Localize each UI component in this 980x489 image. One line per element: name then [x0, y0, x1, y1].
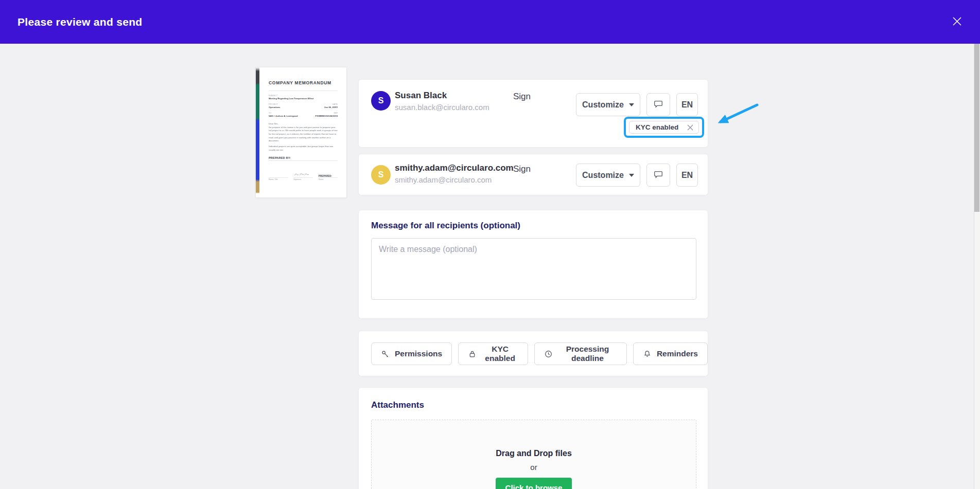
memo-prepared-by-heading: PREPARED BY:	[269, 156, 338, 159]
options-card: Permissions KYC enabled Processing deadl…	[358, 331, 708, 376]
memo-date: Jun 06, 20XX	[324, 106, 338, 108]
dropzone-title: Drag and Drop files	[372, 449, 696, 458]
reminders-button[interactable]: Reminders	[633, 342, 708, 365]
dialog-header: Please review and send	[0, 0, 980, 44]
chevron-down-icon	[629, 174, 634, 177]
scrollbar-thumb[interactable]	[974, 44, 979, 212]
memo-project-label: PROJECT	[269, 103, 280, 105]
recipient-name: smithy.adam@circularo.com	[395, 163, 514, 173]
kyc-tag-highlight: KYC enabled	[624, 117, 704, 138]
reminders-label: Reminders	[657, 349, 698, 358]
customize-button[interactable]: Customize	[576, 93, 640, 116]
permissions-label: Permissions	[395, 349, 442, 358]
attachments-heading: Attachments	[371, 400, 424, 410]
customize-label: Customize	[582, 171, 624, 180]
message-card: Message for all recipients (optional)	[358, 210, 708, 319]
memo-paragraph-2: Individual projects are quite acceptable…	[269, 145, 338, 152]
memo-subject-label: SUBJECT	[269, 95, 338, 97]
clock-icon	[544, 350, 553, 358]
comment-icon	[653, 169, 663, 182]
recipient-role: Sign	[513, 164, 531, 174]
memo-title: COMPANY MEMORANDUM	[269, 80, 338, 85]
memo-name-title-label: Name, Title	[269, 178, 288, 180]
memo-page: COMPANY MEMORANDUM SUBJECT Meeting Regar…	[256, 67, 346, 197]
processing-deadline-label: Processing deadline	[558, 345, 617, 363]
recipient-name: Susan Black	[395, 90, 447, 101]
chevron-down-icon	[629, 103, 634, 106]
language-button[interactable]: EN	[676, 93, 698, 116]
memo-ref-label: REF	[316, 112, 338, 114]
memo-ref: FX/MEMO/00126/2019	[316, 115, 338, 117]
recipient-role: Sign	[513, 92, 531, 102]
processing-deadline-button[interactable]: Processing deadline	[534, 342, 627, 365]
close-icon	[952, 16, 962, 28]
browse-button[interactable]: Click to browse	[496, 478, 572, 489]
memo-signature-label: Signature	[293, 178, 312, 180]
memo-paragraph-1: the purpose of this memo is for you and …	[269, 125, 338, 142]
dropzone-or-text: or	[372, 463, 696, 472]
kyc-enabled-label: KYC enabled	[482, 345, 518, 363]
attachments-card: Attachments Drag and Drop files or Click…	[358, 387, 708, 489]
recipient-email: smithy.adam@circularo.com	[395, 175, 492, 184]
lock-icon	[468, 350, 477, 358]
document-thumbnail[interactable]: COMPANY MEMORANDUM SUBJECT Meeting Regar…	[256, 67, 346, 197]
remove-tag-icon[interactable]	[687, 124, 694, 131]
message-section-heading: Message for all recipients (optional)	[371, 221, 520, 231]
scrollbar-track	[974, 44, 980, 489]
memo-date-label: DATE	[324, 103, 338, 105]
customize-button[interactable]: Customize	[576, 164, 640, 187]
comment-icon	[653, 99, 663, 111]
file-dropzone[interactable]: Drag and Drop files or Click to browse	[371, 420, 696, 489]
avatar: S	[371, 91, 391, 111]
bell-icon	[643, 350, 652, 358]
memo-to-label: TO	[269, 112, 297, 114]
comment-button[interactable]	[646, 93, 670, 116]
memo-edge-stripe	[256, 67, 259, 197]
page-title: Please review and send	[18, 16, 142, 28]
permissions-button[interactable]: Permissions	[371, 342, 452, 365]
key-icon	[381, 350, 390, 358]
memo-project: Operations	[269, 106, 280, 108]
language-button[interactable]: EN	[676, 164, 698, 187]
customize-label: Customize	[582, 100, 624, 110]
kyc-enabled-button[interactable]: KYC enabled	[458, 342, 528, 365]
recipient-email: susan.black@circularo.com	[395, 103, 489, 112]
recipient-card-susan: S Susan Black susan.black@circularo.com …	[358, 79, 708, 148]
annotation-arrow	[709, 101, 761, 132]
memo-prepared-label: PREPARED:	[319, 175, 332, 177]
recipient-card-smithy: S smithy.adam@circularo.com smithy.adam@…	[358, 154, 708, 195]
language-label: EN	[681, 171, 693, 180]
comment-button[interactable]	[646, 164, 670, 187]
message-textarea[interactable]	[371, 238, 696, 300]
memo-status-label: Status	[319, 178, 338, 180]
memo-to: 5401 / Judson A. Lovingood	[269, 115, 297, 117]
language-label: EN	[681, 100, 693, 110]
avatar: S	[371, 165, 391, 185]
kyc-enabled-tag[interactable]: KYC enabled	[629, 121, 699, 134]
kyc-tag-label: KYC enabled	[636, 123, 678, 131]
review-and-send-dialog: Please review and send COMPANY MEMORANDU…	[0, 0, 980, 489]
signature-script	[293, 172, 311, 177]
close-button[interactable]	[947, 12, 967, 32]
